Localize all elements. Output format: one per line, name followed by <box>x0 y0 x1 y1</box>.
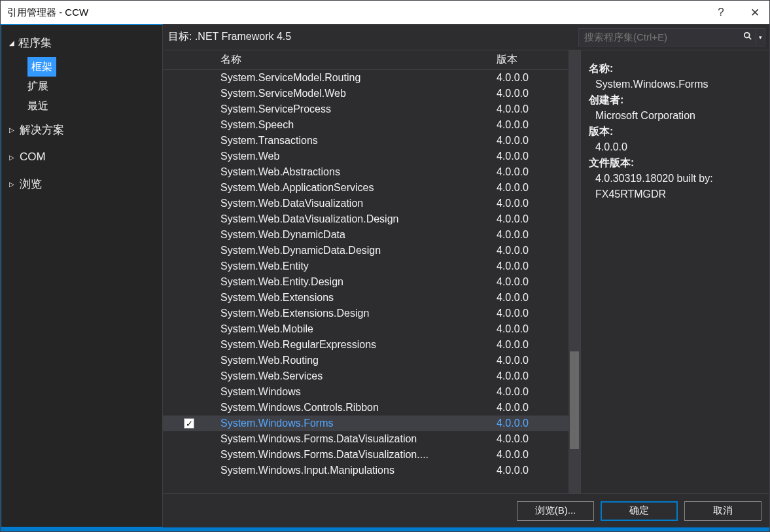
sidebar-tab-assemblies[interactable]: ◢ 程序集 <box>1 31 162 57</box>
row-version: 4.0.0.0 <box>497 276 569 288</box>
row-version: 4.0.0.0 <box>497 465 569 476</box>
table-row[interactable]: System.Web.DynamicData4.0.0.0 <box>163 227 569 243</box>
row-name: System.Web.DynamicData <box>215 229 497 241</box>
table-row[interactable]: System.Web.Entity.Design4.0.0.0 <box>163 274 569 290</box>
statusbar <box>1 527 769 531</box>
row-version: 4.0.0.0 <box>497 433 569 445</box>
row-name: System.Web.Entity <box>215 260 497 272</box>
detail-filever-value1: 4.0.30319.18020 built by: <box>589 171 763 186</box>
list-pane: 名称 版本 System.ServiceModel.Routing4.0.0.0… <box>163 50 581 493</box>
right-pane: 目标: .NET Framework 4.5 ▾ 名称 <box>163 24 769 527</box>
table-row[interactable]: System.Web.DataVisualization.Design4.0.0… <box>163 211 569 227</box>
table-row[interactable]: System.Web.Extensions.Design4.0.0.0 <box>163 306 569 321</box>
col-name-header[interactable]: 名称 <box>215 53 497 67</box>
table-row[interactable]: System.Speech4.0.0.0 <box>163 117 569 133</box>
table-row[interactable]: System.ServiceProcess4.0.0.0 <box>163 101 569 117</box>
row-version: 4.0.0.0 <box>497 370 569 382</box>
table-row[interactable]: System.Windows.Input.Manipulations4.0.0.… <box>163 463 569 478</box>
target-prefix: 目标: <box>168 31 195 42</box>
search-icon[interactable] <box>740 31 756 43</box>
row-name: System.Windows.Forms.DataVisualization <box>215 433 497 445</box>
col-version-header[interactable]: 版本 <box>497 53 569 67</box>
row-name: System.Web.Entity.Design <box>215 276 497 288</box>
row-version: 4.0.0.0 <box>497 103 569 115</box>
table-row[interactable]: System.ServiceModel.Routing4.0.0.0 <box>163 70 569 86</box>
topbar: 目标: .NET Framework 4.5 ▾ <box>163 24 769 50</box>
content: 名称 版本 System.ServiceModel.Routing4.0.0.0… <box>163 50 769 493</box>
table-row[interactable]: System.Windows4.0.0.0 <box>163 384 569 400</box>
checkbox-checked-icon[interactable]: ✓ <box>184 418 194 429</box>
table-row[interactable]: System.Windows.Forms.DataVisualization..… <box>163 447 569 463</box>
row-name: System.Web.DataVisualization <box>215 198 497 209</box>
row-name: System.Windows <box>215 386 497 398</box>
row-version: 4.0.0.0 <box>497 182 569 194</box>
row-version: 4.0.0.0 <box>497 213 569 225</box>
details-pane: 名称: System.Windows.Forms 创建者: Microsoft … <box>581 50 769 493</box>
table-row[interactable]: System.Web.Entity4.0.0.0 <box>163 258 569 274</box>
sidebar-group-label: 解决方案 <box>20 122 64 137</box>
table-row[interactable]: System.Web.Mobile4.0.0.0 <box>163 321 569 337</box>
row-version: 4.0.0.0 <box>497 245 569 257</box>
row-version: 4.0.0.0 <box>497 339 569 351</box>
table-row[interactable]: System.Web.Services4.0.0.0 <box>163 368 569 384</box>
sidebar-item-extensions[interactable]: 扩展 <box>27 80 48 92</box>
row-name: System.Web.DataVisualization.Design <box>215 213 497 225</box>
cancel-button[interactable]: 取消 <box>684 501 761 521</box>
target-label: 目标: .NET Framework 4.5 <box>167 30 578 44</box>
table-row[interactable]: System.Web4.0.0.0 <box>163 149 569 164</box>
sidebar-group-com[interactable]: ▷ COM <box>1 144 162 170</box>
row-name: System.Web <box>215 151 497 162</box>
help-button[interactable]: ? <box>713 6 729 19</box>
sidebar-item-recent[interactable]: 最近 <box>27 100 48 111</box>
table-row[interactable]: ✓System.Windows.Forms4.0.0.0 <box>163 416 569 431</box>
table-row[interactable]: System.Web.Extensions4.0.0.0 <box>163 290 569 306</box>
detail-name-value: System.Windows.Forms <box>589 77 763 92</box>
search-box[interactable]: ▾ <box>578 28 765 46</box>
titlebar-controls: ? ✕ <box>713 6 763 20</box>
row-name: System.ServiceModel.Routing <box>215 72 497 84</box>
chevron-right-icon: ▷ <box>9 126 14 133</box>
titlebar: 引用管理器 - CCW ? ✕ <box>1 1 769 24</box>
row-version: 4.0.0.0 <box>497 308 569 319</box>
row-version: 4.0.0.0 <box>497 229 569 241</box>
table-row[interactable]: System.ServiceModel.Web4.0.0.0 <box>163 86 569 101</box>
sidebar: ◢ 程序集 框架 扩展 最近 ▷ 解决方案 ▷ COM ▷ 浏览 <box>1 24 163 527</box>
row-name: System.Windows.Input.Manipulations <box>215 465 497 476</box>
search-input[interactable] <box>579 31 740 43</box>
row-version: 4.0.0.0 <box>497 417 569 429</box>
row-version: 4.0.0.0 <box>497 402 569 414</box>
table-row[interactable]: System.Windows.Forms.DataVisualization4.… <box>163 431 569 447</box>
table-row[interactable]: System.Web.Abstractions4.0.0.0 <box>163 164 569 180</box>
table-row[interactable]: System.Windows.Controls.Ribbon4.0.0.0 <box>163 400 569 416</box>
scrollbar[interactable] <box>569 50 580 493</box>
table-row[interactable]: System.Web.DataVisualization4.0.0.0 <box>163 196 569 211</box>
row-checkbox-cell[interactable]: ✓ <box>163 418 215 429</box>
row-name: System.Windows.Controls.Ribbon <box>215 402 497 414</box>
table-row[interactable]: System.Web.Routing4.0.0.0 <box>163 353 569 368</box>
row-name: System.Transactions <box>215 135 497 147</box>
table-row[interactable]: System.Web.RegularExpressions4.0.0.0 <box>163 337 569 353</box>
sidebar-item-framework[interactable]: 框架 <box>27 57 56 77</box>
window-title: 引用管理器 - CCW <box>7 7 88 19</box>
detail-creator-value: Microsoft Corporation <box>589 108 763 124</box>
ok-button[interactable]: 确定 <box>601 501 678 521</box>
sidebar-group-browse[interactable]: ▷ 浏览 <box>1 170 162 198</box>
row-name: System.Web.Extensions <box>215 292 497 304</box>
row-name: System.Web.DynamicData.Design <box>215 245 497 257</box>
browse-button[interactable]: 浏览(B)... <box>517 501 594 521</box>
row-name: System.Web.Abstractions <box>215 166 497 178</box>
sidebar-group-solution[interactable]: ▷ 解决方案 <box>1 116 162 144</box>
sidebar-group-label: 浏览 <box>20 177 42 192</box>
detail-name-label: 名称: <box>589 61 763 77</box>
table-row[interactable]: System.Web.ApplicationServices4.0.0.0 <box>163 180 569 196</box>
scroll-thumb[interactable] <box>570 351 579 449</box>
list-header: 名称 版本 <box>163 50 569 70</box>
list-body[interactable]: System.ServiceModel.Routing4.0.0.0System… <box>163 70 569 493</box>
close-button[interactable]: ✕ <box>747 6 763 20</box>
svg-line-1 <box>749 37 752 40</box>
detail-creator-label: 创建者: <box>589 92 763 108</box>
table-row[interactable]: System.Web.DynamicData.Design4.0.0.0 <box>163 243 569 258</box>
search-dropdown-icon[interactable]: ▾ <box>756 29 765 46</box>
table-row[interactable]: System.Transactions4.0.0.0 <box>163 133 569 149</box>
row-version: 4.0.0.0 <box>497 166 569 178</box>
